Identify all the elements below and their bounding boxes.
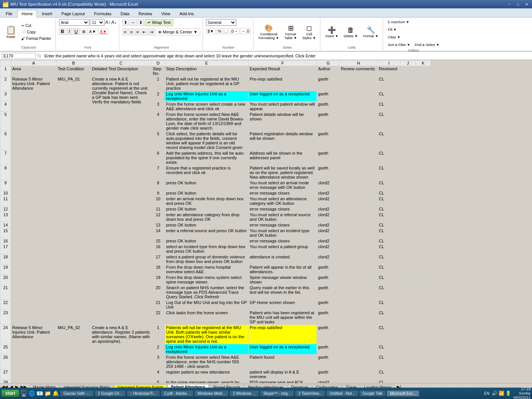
cell-J24[interactable] [401,325,416,344]
cell-K11[interactable] [416,196,431,206]
cell-E23[interactable]: Click tasks from the home screen [165,310,249,325]
cell-I21[interactable]: CL [378,285,401,300]
cell-J9[interactable] [401,180,416,190]
cell-J19[interactable] [401,264,416,275]
cell-K16[interactable] [416,238,431,244]
cell-J5[interactable] [401,112,416,131]
row-num-6[interactable]: 6 [0,131,11,150]
taskbar-item-pdf[interactable]: 2.pdf - Adobe... [161,391,193,396]
format-as-table-button[interactable]: ⊞ FormatTable ▼ [283,23,299,41]
row-num-15[interactable]: 15 [0,228,11,238]
cell-F17[interactable]: You must select a patient group [249,244,317,254]
row-num-18[interactable]: 18 [0,254,11,264]
cell-J10[interactable] [401,190,416,196]
cell-D7[interactable]: 6 [152,150,165,165]
cell-J11[interactable] [401,196,416,206]
cell-E12[interactable]: press OK button [165,206,249,212]
cell-G7[interactable]: gseth [317,150,340,165]
sort-filter-button[interactable]: Sort & Filter ▼ [386,42,412,48]
cell-J15[interactable] [401,228,416,238]
cell-E25[interactable]: Log onto Minor Injuries Unit as a recept… [165,344,249,355]
tab-view[interactable]: View [157,10,175,17]
cell-K15[interactable] [416,228,431,238]
cell-G3[interactable]: gseth [317,91,340,101]
cell-G14[interactable]: clord2 [317,222,340,228]
cell-H8[interactable] [340,165,378,180]
taskbar-item-windows[interactable]: 2 Windows ... [230,391,259,396]
cell-J18[interactable] [401,254,416,264]
cell-E5[interactable]: From the home screen select New A&E atte… [165,112,249,131]
taskbar-item-excel[interactable]: Microsoft Exc... [387,391,419,396]
cell-I3[interactable]: CL [378,91,401,101]
format-button[interactable]: 🔧 Format ▼ [361,25,380,39]
cell-E10[interactable]: press OK button [165,190,249,196]
cell-K18[interactable] [416,254,431,264]
cell-G21[interactable]: gseth [317,285,340,300]
cell-E27[interactable]: register patient as new attendance [165,369,249,380]
cell-A2[interactable]: Release 5 Minor Injuries Unit- Patient A… [11,76,57,325]
cell-I12[interactable]: CL [378,206,401,212]
cell-K14[interactable] [416,222,431,228]
row-num-26[interactable]: 26 [0,355,11,369]
row-num-13[interactable]: 13 [0,212,11,222]
cell-J2[interactable] [401,76,416,91]
cell-F12[interactable]: error message closes [249,206,317,212]
cell-G24[interactable]: gseth [317,325,340,344]
cell-H10[interactable] [340,190,378,196]
cell-I11[interactable]: CL [378,196,401,206]
cell-B24[interactable]: MIU_PA_02 [57,325,91,383]
cell-K12[interactable] [416,206,431,212]
col-header-A[interactable]: A [11,60,57,66]
increase-indent-button[interactable]: ⇥ [148,28,155,35]
row-num-24[interactable]: 24 [0,325,11,344]
cell-E8[interactable]: Ensure that a registered practice is rec… [165,165,249,180]
row-num-4[interactable]: 4 [0,101,11,112]
cell-G17[interactable]: clord2 [317,244,340,254]
cell-I20[interactable]: CL [378,275,401,285]
cell-E7[interactable]: Add the patients address, this will be a… [165,150,249,165]
cell-F15[interactable]: You must select an incident type and OK … [249,228,317,238]
cell-D17[interactable]: 16 [152,244,165,254]
cell-F1[interactable]: Expected Result [249,66,317,76]
cell-D27[interactable]: 4 [152,369,165,380]
cell-D5[interactable]: 4 [152,112,165,131]
cell-G15[interactable]: clord2 [317,228,340,238]
cell-G20[interactable]: gseth [317,275,340,285]
cell-E4[interactable]: From the home screen select create a new… [165,101,249,112]
number-format-select[interactable]: General [206,19,236,26]
cell-I13[interactable]: CL [378,212,401,222]
cell-I18[interactable]: CL [378,254,401,264]
font-grow-icon[interactable]: A↑ [105,20,111,25]
align-center-button[interactable]: ≡ [128,28,134,35]
cell-D2[interactable]: 1 [152,76,165,91]
cell-F21[interactable]: Query made at the earlier in this test w… [249,285,317,300]
cell-F27[interactable]: patient will display in A & E overview [249,369,317,380]
cell-G18[interactable]: clord2 [317,254,340,264]
cell-H25[interactable] [340,344,378,355]
decrease-indent-button[interactable]: ⇤ [141,28,147,35]
cell-J28[interactable] [401,380,416,383]
cell-K25[interactable] [416,344,431,355]
cell-I22[interactable]: CL [378,300,401,310]
cell-I6[interactable]: CL [378,131,401,150]
comma-button[interactable]: , [224,28,228,34]
cell-K27[interactable] [416,369,431,380]
cell-I8[interactable]: CL [378,165,401,180]
row-num-7[interactable]: 7 [0,150,11,165]
cell-E21[interactable]: Search on patient NHS number, select the… [165,285,249,300]
cell-F23[interactable]: Patient who has been registered at the M… [249,310,317,325]
tab-file[interactable]: File [2,10,17,17]
increase-decimal-button[interactable]: ←.0 [240,28,251,34]
cell-D8[interactable]: 7 [152,165,165,180]
cell-I2[interactable]: CL [378,76,401,91]
cell-F7[interactable]: Address will be shown in the addresses p… [249,150,317,165]
cell-F4[interactable]: You must select patient window will appe… [249,101,317,112]
taskbar-item-notepad[interactable]: Untitled - Not... [326,391,358,396]
cell-G13[interactable]: clord2 [317,212,340,222]
cell-G25[interactable]: gseth [317,344,340,355]
col-header-B[interactable]: B [57,60,91,66]
cell-I4[interactable]: CL [378,101,401,112]
cell-H6[interactable] [340,131,378,150]
formula-input[interactable] [43,53,530,59]
cell-J7[interactable] [401,150,416,165]
